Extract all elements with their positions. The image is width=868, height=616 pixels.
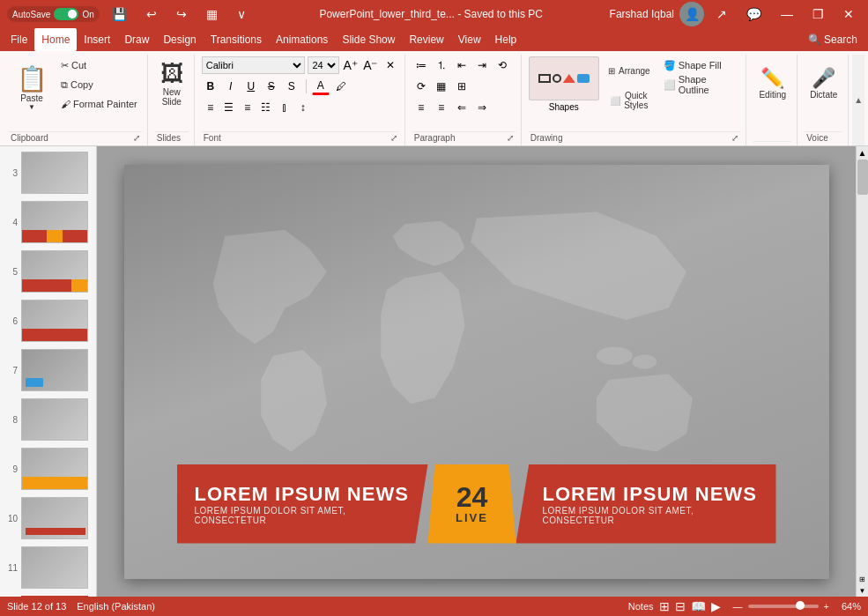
zoom-thumb[interactable] — [796, 601, 805, 610]
close-button[interactable]: ✕ — [836, 0, 861, 28]
comments-button[interactable]: 💬 — [739, 0, 768, 28]
columns-icon[interactable]: ⫿ — [276, 99, 293, 116]
justify2-button[interactable]: ≡ — [412, 99, 430, 116]
slide-thumb-9[interactable]: 9 — [0, 446, 96, 492]
slide-preview-4[interactable] — [21, 201, 88, 243]
autosave-badge[interactable]: AutoSave On — [7, 6, 100, 22]
slide-thumb-6[interactable]: 6 — [0, 298, 96, 344]
menu-search[interactable]: 🔍 Search — [801, 28, 864, 51]
menu-slideshow[interactable]: Slide Show — [335, 28, 402, 51]
font-expand-icon[interactable]: ⤢ — [390, 133, 397, 143]
decrease-indent-button[interactable]: ⇤ — [453, 56, 471, 74]
arrange-button[interactable]: ⊞ Arrange — [603, 56, 656, 85]
format-painter-button[interactable]: 🖌 Format Painter — [56, 95, 142, 113]
paste-button[interactable]: 📋 Paste ▼ — [9, 56, 55, 118]
align-right-icon[interactable]: ≡ — [239, 99, 256, 116]
slideshow-view-button[interactable]: ▶ — [711, 599, 721, 613]
minimize-button[interactable]: — — [774, 0, 800, 28]
bullets-button[interactable]: ≔ — [412, 56, 430, 74]
highlight-button[interactable]: 🖊 — [332, 78, 350, 95]
align2-button[interactable]: ≡ — [433, 99, 450, 116]
slide-preview-3[interactable] — [21, 152, 88, 194]
scroll-up-button[interactable]: ▲ — [857, 146, 868, 160]
right-scrollbar[interactable]: ▲ ⊞ ▼ — [856, 146, 868, 597]
cut-button[interactable]: ✂ Cut — [56, 56, 142, 74]
align-text-button[interactable]: ▦ — [433, 78, 450, 95]
shadow-button[interactable]: S — [283, 78, 300, 95]
scroll-down-button[interactable]: ▼ — [857, 585, 868, 597]
slide-thumb-5[interactable]: 5 — [0, 249, 96, 294]
copy-button[interactable]: ⧉ Copy — [56, 76, 142, 93]
reading-view-button[interactable]: 📖 — [691, 599, 706, 613]
slide-preview-6[interactable] — [21, 300, 88, 342]
menu-animations[interactable]: Animations — [269, 28, 335, 51]
paragraph-expand-icon[interactable]: ⤢ — [507, 133, 514, 143]
slide-preview-11[interactable] — [21, 546, 88, 589]
clipboard-expand-icon[interactable]: ⤢ — [133, 133, 140, 143]
menu-file[interactable]: File — [4, 28, 34, 51]
increase-indent-button[interactable]: ⇥ — [473, 56, 491, 74]
slide-canvas[interactable]: LOREM IPSUM NEWS LOREM IPSUM DOLOR SIT A… — [124, 165, 829, 579]
slide-thumb-3[interactable]: 3 — [0, 150, 96, 196]
slide-thumb-4[interactable]: 4 — [0, 199, 96, 245]
bold-button[interactable]: B — [202, 78, 219, 95]
align-left-icon[interactable]: ≡ — [202, 99, 219, 116]
ltr-button[interactable]: ⇒ — [473, 99, 491, 116]
dictate-button[interactable]: 🎤 Dictate — [805, 56, 842, 109]
editing-button[interactable]: ✏️ Editing — [753, 56, 791, 109]
slide-preview-7[interactable] — [21, 349, 88, 391]
slide-thumb-7[interactable]: 7 — [0, 347, 96, 393]
ribbon-scroll-up[interactable]: ▲ — [852, 55, 864, 145]
justify-icon[interactable]: ☷ — [257, 99, 275, 116]
share-button[interactable]: ↗ — [709, 0, 734, 28]
menu-view[interactable]: View — [451, 28, 488, 51]
line-spacing-icon[interactable]: ↕ — [294, 99, 312, 116]
menu-transitions[interactable]: Transitions — [204, 28, 269, 51]
quick-styles-button[interactable]: ⬜ Quick Styles — [603, 86, 656, 115]
redo-button[interactable]: ↪ — [169, 0, 194, 28]
shapes-gallery[interactable] — [529, 56, 599, 100]
avatar[interactable]: 👤 — [679, 2, 704, 26]
shape-fill-button[interactable]: 🪣 Shape Fill — [659, 56, 740, 74]
font-color-button[interactable]: A — [312, 78, 330, 95]
font-size-select[interactable]: 24 — [308, 56, 338, 74]
align-center-icon[interactable]: ☰ — [220, 99, 238, 116]
zoom-in-icon[interactable]: + — [824, 601, 829, 612]
slide-thumb-11[interactable]: 11 — [0, 545, 96, 590]
notes-button[interactable]: Notes — [628, 601, 654, 612]
zoom-level[interactable]: 64% — [835, 601, 861, 612]
customize-button[interactable]: ∨ — [230, 0, 253, 28]
slide-thumb-8[interactable]: 8 — [0, 397, 96, 442]
zoom-out-icon[interactable]: — — [733, 601, 743, 612]
menu-draw[interactable]: Draw — [117, 28, 156, 51]
scroll-thumb[interactable] — [857, 160, 868, 195]
drawing-expand-icon[interactable]: ⤢ — [731, 133, 738, 143]
slide-preview-12[interactable] — [21, 596, 88, 597]
fit-slide-button[interactable]: ⊞ — [857, 574, 867, 585]
menu-insert[interactable]: Insert — [77, 28, 117, 51]
undo-button[interactable]: ↩ — [139, 0, 164, 28]
font-family-select[interactable]: Calibri — [202, 56, 306, 74]
normal-view-button[interactable]: ⊞ — [659, 599, 670, 613]
new-slide-button[interactable]: 🖼 New Slide — [155, 56, 189, 109]
menu-help[interactable]: Help — [488, 28, 524, 51]
menu-design[interactable]: Design — [156, 28, 203, 51]
smartart-button[interactable]: ⊞ — [453, 78, 471, 95]
restore-button[interactable]: ❐ — [805, 0, 831, 28]
decrease-font-button[interactable]: A⁻ — [361, 56, 379, 74]
autosave-toggle[interactable] — [54, 8, 78, 20]
underline-button[interactable]: U — [242, 78, 260, 95]
zoom-slider[interactable] — [748, 605, 819, 608]
slide-preview-8[interactable] — [21, 398, 88, 441]
slide-thumb-12[interactable]: 12 — [0, 594, 96, 597]
text-direction-button[interactable]: ⟳ — [412, 78, 430, 95]
save-button[interactable]: 💾 — [105, 0, 134, 28]
slide-sorter-button[interactable]: ⊟ — [675, 599, 686, 613]
slide-preview-5[interactable] — [21, 250, 88, 293]
language[interactable]: English (Pakistan) — [77, 601, 155, 612]
clear-format-button[interactable]: ✕ — [382, 56, 399, 74]
menu-home[interactable]: Home — [34, 28, 77, 51]
increase-font-button[interactable]: A⁺ — [342, 56, 360, 74]
italic-button[interactable]: I — [222, 78, 240, 95]
slide-preview-10[interactable] — [21, 497, 88, 539]
